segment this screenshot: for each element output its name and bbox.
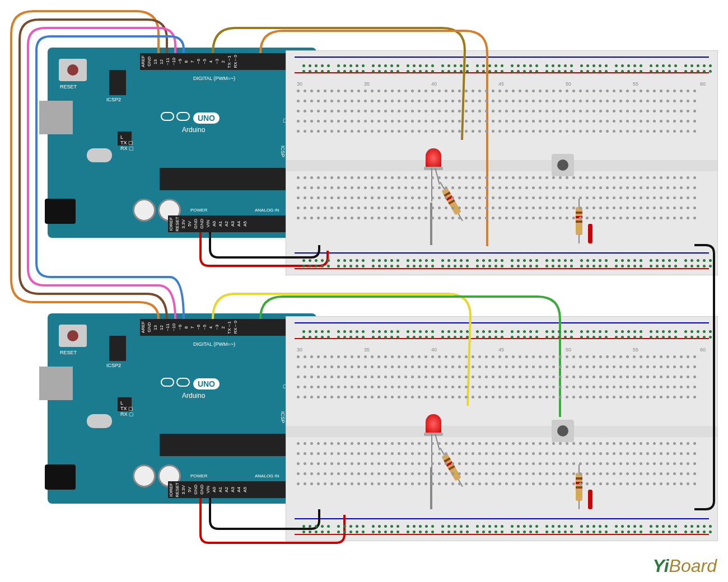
reset-button <box>59 325 87 347</box>
dc-jack <box>45 464 76 490</box>
pin-A2: A2 <box>224 487 229 492</box>
pin-IOREF: IOREF <box>169 217 174 231</box>
bb-col-num: 55 <box>633 347 638 353</box>
pin-RX←0: RX←0 <box>233 321 238 334</box>
pin-~3: ~3 <box>214 325 220 330</box>
pin-~9: ~9 <box>178 59 183 64</box>
pin-13: 13 <box>153 325 158 330</box>
pin-2: 2 <box>221 60 226 63</box>
bb-col-num: 50 <box>566 347 571 353</box>
bb-col-num: 55 <box>633 81 638 87</box>
pin-GND: GND <box>193 219 198 229</box>
push-button-1 <box>552 154 574 176</box>
dc-jack <box>45 199 76 224</box>
usb-port <box>39 367 73 400</box>
reset-label: RESET <box>60 84 77 90</box>
pin-7: 7 <box>190 60 195 63</box>
pin-~11: ~11 <box>165 323 170 331</box>
led-red-1 <box>426 148 441 168</box>
pin-A0: A0 <box>212 487 217 492</box>
pin-~5: ~5 <box>202 59 207 64</box>
pin-RESET: RESET <box>175 217 180 232</box>
pin-~9: ~9 <box>178 325 183 330</box>
pin-~6: ~6 <box>196 325 201 330</box>
pin-VIN: VIN <box>206 220 211 227</box>
pin-4: 4 <box>208 326 213 328</box>
resistor-button-2 <box>576 473 582 501</box>
arduino-logo: UNO <box>160 378 220 388</box>
push-button-2 <box>552 420 574 442</box>
pin-A1: A1 <box>218 221 223 227</box>
power-analog-header: IOREFRESET3.3V5VGNDGNDVINA0A1A2A3A4A5 <box>168 481 300 498</box>
icsp2-header <box>109 336 126 361</box>
bb-col-num: 60 <box>700 81 706 87</box>
pin-4: 4 <box>208 60 213 63</box>
watermark: YiBoard <box>653 556 717 576</box>
pin-7: 7 <box>190 326 195 328</box>
pin-2: 2 <box>221 326 226 328</box>
pin-RESET: RESET <box>175 482 180 497</box>
bb-col-num: 45 <box>498 81 504 87</box>
pin-A2: A2 <box>224 221 229 227</box>
bb-col-num: 40 <box>431 347 437 353</box>
pin-GND: GND <box>199 485 204 495</box>
reset-button <box>59 59 87 81</box>
pin-A3: A3 <box>230 221 235 227</box>
pin-12: 12 <box>159 325 164 330</box>
pin-A1: A1 <box>218 487 223 492</box>
pin-5V: 5V <box>187 221 192 227</box>
pin-A3: A3 <box>230 487 235 492</box>
pin-5V: 5V <box>187 487 192 492</box>
pin-RX←0: RX←0 <box>233 55 238 68</box>
jumper-red-1 <box>588 224 592 243</box>
bb-col-num: 35 <box>364 347 370 353</box>
pin-A5: A5 <box>242 487 248 492</box>
pin-TX→1: TX→1 <box>227 55 232 68</box>
pin-8: 8 <box>184 60 189 63</box>
led-red-2 <box>426 414 441 434</box>
crystal <box>87 148 112 162</box>
atmega328-chip <box>160 168 294 190</box>
pin-GND: GND <box>199 219 204 229</box>
pin-13: 13 <box>153 59 158 64</box>
jumper-red-2 <box>588 490 592 509</box>
arduino-board-1: RESET ICSP ICSP2 AREFGND1312~11~10~987~6… <box>48 48 316 238</box>
pin-~5: ~5 <box>202 325 207 330</box>
power-analog-header: IOREFRESET3.3V5VGNDGNDVINA0A1A2A3A4A5 <box>168 215 300 232</box>
atmega328-chip <box>160 434 294 456</box>
bb-col-num: 60 <box>700 347 706 353</box>
pin-IOREF: IOREF <box>169 483 174 496</box>
icsp2-header <box>109 70 126 95</box>
pin-~11: ~11 <box>165 58 170 65</box>
fritzing-diagram: RESET ICSP ICSP2 AREFGND1312~11~10~987~6… <box>0 0 728 582</box>
resistor-button-1 <box>576 207 582 235</box>
pin-12: 12 <box>159 59 164 64</box>
bb-col-num: 35 <box>364 81 370 87</box>
digital-pins-header: AREFGND1312~11~10~987~6~54~32TX→1RX←0 <box>140 319 308 336</box>
pin-~3: ~3 <box>214 59 220 64</box>
pin-A0: A0 <box>212 221 217 227</box>
crystal <box>87 414 112 428</box>
pin-3.3V: 3.3V <box>181 219 186 228</box>
pin-3.3V: 3.3V <box>181 485 186 494</box>
bb-col-num: 50 <box>566 81 571 87</box>
pin-8: 8 <box>184 326 189 328</box>
pin-~10: ~10 <box>171 58 176 65</box>
pin-VIN: VIN <box>206 486 211 493</box>
pin-TX→1: TX→1 <box>227 321 232 334</box>
pin-AREF: AREF <box>141 321 146 333</box>
pin-AREF: AREF <box>141 55 146 67</box>
pin-GND: GND <box>147 322 152 332</box>
pin-A4: A4 <box>236 221 241 227</box>
pin-~6: ~6 <box>196 59 201 64</box>
arduino-logo: UNO <box>160 112 220 123</box>
pin-A5: A5 <box>242 221 248 227</box>
reset-label: RESET <box>60 350 77 355</box>
pin-~10: ~10 <box>171 323 176 331</box>
arduino-board-2: RESET ICSP ICSP2 AREFGND1312~11~10~987~6… <box>48 313 316 504</box>
bb-col-num: 30 <box>297 81 302 87</box>
pin-A4: A4 <box>236 487 241 492</box>
pin-GND: GND <box>193 485 198 495</box>
digital-pins-header: AREFGND1312~11~10~987~6~54~32TX→1RX←0 <box>140 53 308 70</box>
bb-col-num: 40 <box>431 81 437 87</box>
